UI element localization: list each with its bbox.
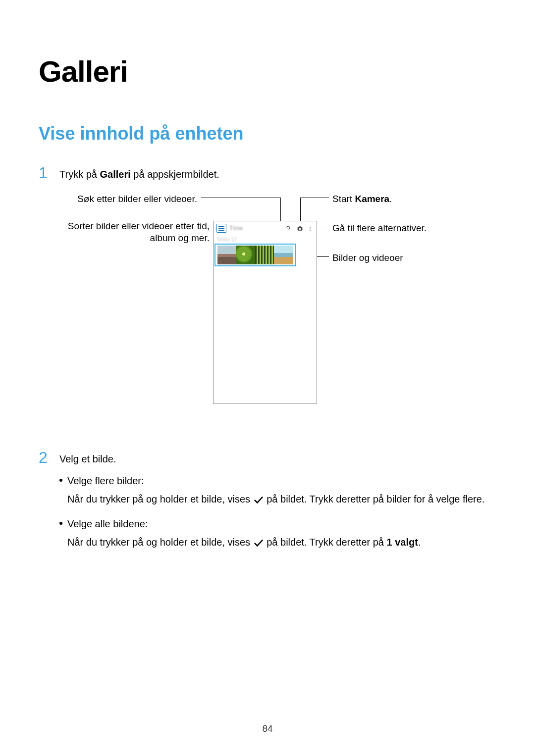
phone-toolbar: Time bbox=[214, 221, 317, 235]
leader-line bbox=[300, 198, 329, 198]
date-label: Today 12 bbox=[214, 235, 317, 244]
bullet-2-text: Velge alle bildene: Når du trykker på og… bbox=[67, 516, 484, 552]
bullet-2-title: Velge alle bildene: bbox=[67, 516, 484, 532]
callout-camera: Start Kamera. bbox=[332, 193, 392, 205]
step-number: 1 bbox=[39, 164, 59, 182]
bullet-1-title: Velge flere bilder: bbox=[67, 473, 484, 489]
bullet-2-body: Når du trykker på og holder et bilde, vi… bbox=[67, 535, 484, 552]
thumbnail bbox=[255, 246, 274, 264]
step-1-bold: Galleri bbox=[100, 169, 131, 180]
bullet-1-text: Velge flere bilder: Når du trykker på og… bbox=[67, 473, 484, 508]
callout-more: Gå til flere alternativer. bbox=[332, 222, 427, 235]
bullet-dot-icon bbox=[59, 522, 62, 525]
section-title: Vise innhold på enheten bbox=[39, 123, 496, 144]
camera-icon bbox=[297, 225, 303, 231]
thumbnail bbox=[217, 246, 236, 264]
callout-camera-post: . bbox=[389, 194, 392, 204]
diagram: Søk etter bilder eller videoer. Sorter b… bbox=[39, 191, 496, 429]
svg-point-6 bbox=[310, 228, 311, 229]
sort-label: Time bbox=[229, 225, 243, 232]
step-1-post: på appskjermbildet. bbox=[131, 169, 219, 180]
thumbnail bbox=[274, 246, 293, 264]
step-2: 2 Velg et bilde. Velge flere bilder: Når… bbox=[39, 449, 496, 559]
search-icon bbox=[286, 225, 292, 231]
step-1-pre: Trykk på bbox=[59, 169, 100, 180]
page-number: 84 bbox=[0, 723, 535, 734]
step-1-text: Trykk på Galleri på appskjermbildet. bbox=[59, 164, 219, 182]
bullet-item: Velge alle bildene: Når du trykker på og… bbox=[59, 516, 484, 552]
svg-line-1 bbox=[290, 229, 291, 231]
bullet-1-body: Når du trykker på og holder et bilde, vi… bbox=[67, 492, 484, 508]
svg-rect-4 bbox=[299, 226, 301, 227]
page-title: Galleri bbox=[39, 54, 496, 89]
hamburger-icon bbox=[216, 224, 226, 233]
step-2-body: Velg et bilde. Velge flere bilder: Når d… bbox=[59, 449, 484, 559]
step-1: 1 Trykk på Galleri på appskjermbildet. bbox=[39, 164, 496, 182]
svg-point-7 bbox=[310, 230, 311, 231]
callout-media: Bilder og videoer bbox=[332, 252, 403, 264]
svg-point-5 bbox=[310, 227, 311, 228]
bullet-2-mid: på bildet. Trykk deretter på bbox=[267, 537, 386, 548]
toolbar-icons bbox=[286, 225, 314, 231]
bullet-1-pre: Når du trykker på og holder et bilde, vi… bbox=[67, 494, 253, 504]
step-number: 2 bbox=[39, 449, 59, 467]
callout-camera-pre: Start bbox=[332, 194, 355, 204]
step-2-intro: Velg et bilde. bbox=[59, 452, 484, 466]
callout-sort-line2: album og mer. bbox=[39, 232, 210, 245]
more-icon bbox=[308, 225, 314, 231]
page: Galleri Vise innhold på enheten 1 Trykk … bbox=[0, 0, 535, 756]
thumbnail-row bbox=[214, 244, 296, 266]
thumbnail bbox=[236, 246, 255, 264]
bullet-1-post: på bildet. Trykk deretter på bilder for … bbox=[267, 494, 484, 504]
bullet-2-bold: 1 valgt bbox=[387, 537, 418, 548]
callout-camera-bold: Kamera bbox=[355, 194, 389, 204]
check-icon bbox=[253, 493, 264, 508]
bullet-list: Velge flere bilder: Når du trykker på og… bbox=[59, 473, 484, 552]
check-icon bbox=[253, 536, 264, 552]
bullet-2-post: . bbox=[418, 537, 421, 548]
phone-screenshot: Time Today 12 bbox=[213, 221, 317, 404]
bullet-item: Velge flere bilder: Når du trykker på og… bbox=[59, 473, 484, 508]
bullet-2-pre: Når du trykker på og holder et bilde, vi… bbox=[67, 537, 253, 548]
leader-line bbox=[201, 198, 280, 198]
callout-search: Søk etter bilder eller videoer. bbox=[39, 193, 197, 205]
callout-sort-line1: Sorter bilder eller videoer etter tid, bbox=[39, 220, 210, 233]
svg-point-0 bbox=[287, 226, 290, 229]
svg-point-3 bbox=[299, 228, 301, 230]
bullet-dot-icon bbox=[59, 479, 62, 482]
